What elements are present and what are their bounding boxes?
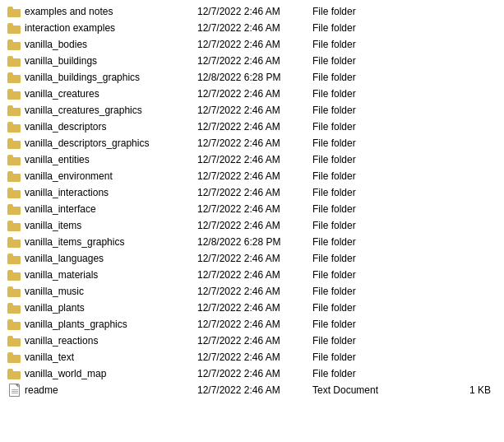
file-type: File folder: [312, 269, 411, 281]
table-row[interactable]: vanilla_descriptors_graphics12/7/2022 2:…: [0, 135, 504, 151]
file-type: File folder: [312, 220, 411, 231]
file-name: vanilla_bodies: [25, 39, 197, 50]
file-date: 12/7/2022 2:46 AM: [197, 137, 312, 149]
file-date: 12/7/2022 2:46 AM: [197, 253, 312, 264]
file-date: 12/7/2022 2:46 AM: [197, 319, 312, 330]
folder-icon: [7, 153, 21, 166]
table-row[interactable]: vanilla_music12/7/2022 2:46 AMFile folde…: [0, 283, 504, 300]
table-row[interactable]: vanilla_world_map12/7/2022 2:46 AMFile f…: [0, 365, 504, 382]
file-name: examples and notes: [25, 6, 197, 17]
file-name: vanilla_interface: [25, 203, 197, 215]
table-row[interactable]: vanilla_items_graphics12/8/2022 6:28 PMF…: [0, 234, 504, 250]
file-date: 12/7/2022 2:46 AM: [197, 269, 312, 281]
table-row[interactable]: vanilla_materials12/7/2022 2:46 AMFile f…: [0, 267, 504, 283]
file-type: File folder: [312, 121, 411, 133]
table-row[interactable]: vanilla_buildings_graphics12/8/2022 6:28…: [0, 69, 504, 86]
folder-icon: [7, 87, 21, 100]
file-date: 12/7/2022 2:46 AM: [197, 105, 312, 116]
table-row[interactable]: vanilla_items12/7/2022 2:46 AMFile folde…: [0, 217, 504, 234]
file-date: 12/7/2022 2:46 AM: [197, 187, 312, 198]
file-type: File folder: [312, 351, 411, 363]
folder-icon: [7, 104, 21, 117]
document-icon: [7, 384, 21, 397]
folder-icon: [7, 285, 21, 298]
file-type: File folder: [312, 55, 411, 67]
file-date: 12/7/2022 2:46 AM: [197, 220, 312, 231]
table-row[interactable]: vanilla_buildings12/7/2022 2:46 AMFile f…: [0, 53, 504, 69]
folder-icon: [7, 367, 21, 380]
table-row[interactable]: vanilla_reactions12/7/2022 2:46 AMFile f…: [0, 333, 504, 349]
file-name: vanilla_entities: [25, 154, 197, 165]
folder-icon: [7, 202, 21, 216]
file-type: Text Document: [312, 384, 411, 396]
file-date: 12/7/2022 2:46 AM: [197, 6, 312, 17]
folder-icon: [7, 120, 21, 133]
file-type: File folder: [312, 187, 411, 198]
folder-icon: [7, 301, 21, 314]
file-type: File folder: [312, 236, 411, 248]
table-row[interactable]: vanilla_environment12/7/2022 2:46 AMFile…: [0, 168, 504, 184]
file-date: 12/7/2022 2:46 AM: [197, 335, 312, 347]
table-row[interactable]: vanilla_languages12/7/2022 2:46 AMFile f…: [0, 250, 504, 267]
file-type: File folder: [312, 319, 411, 330]
file-name: vanilla_interactions: [25, 187, 197, 198]
file-name: vanilla_buildings: [25, 55, 197, 67]
file-date: 12/7/2022 2:46 AM: [197, 286, 312, 297]
file-type: File folder: [312, 170, 411, 182]
file-name: readme: [25, 384, 197, 396]
file-date: 12/7/2022 2:46 AM: [197, 22, 312, 34]
file-date: 12/7/2022 2:46 AM: [197, 368, 312, 379]
file-date: 12/8/2022 6:28 PM: [197, 236, 312, 248]
file-name: vanilla_languages: [25, 253, 197, 264]
table-row[interactable]: vanilla_interactions12/7/2022 2:46 AMFil…: [0, 184, 504, 201]
table-row[interactable]: vanilla_creatures12/7/2022 2:46 AMFile f…: [0, 86, 504, 102]
folder-icon: [7, 268, 21, 281]
file-size: 1 KB: [411, 384, 497, 396]
folder-icon: [7, 137, 21, 150]
file-name: vanilla_buildings_graphics: [25, 72, 197, 83]
file-type: File folder: [312, 22, 411, 34]
file-name: vanilla_materials: [25, 269, 197, 281]
folder-icon: [7, 252, 21, 265]
file-name: vanilla_plants: [25, 302, 197, 314]
table-row[interactable]: vanilla_interface12/7/2022 2:46 AMFile f…: [0, 201, 504, 217]
table-row[interactable]: readme12/7/2022 2:46 AMText Document1 KB: [0, 382, 504, 398]
file-name: vanilla_creatures: [25, 88, 197, 100]
file-name: vanilla_plants_graphics: [25, 319, 197, 330]
table-row[interactable]: interaction examples12/7/2022 2:46 AMFil…: [0, 20, 504, 36]
folder-icon: [7, 38, 21, 51]
file-date: 12/7/2022 2:46 AM: [197, 154, 312, 165]
file-name: vanilla_text: [25, 351, 197, 363]
file-type: File folder: [312, 335, 411, 347]
folder-icon: [7, 351, 21, 364]
table-row[interactable]: vanilla_plants12/7/2022 2:46 AMFile fold…: [0, 300, 504, 316]
table-row[interactable]: vanilla_entities12/7/2022 2:46 AMFile fo…: [0, 151, 504, 168]
file-type: File folder: [312, 72, 411, 83]
folder-icon: [7, 334, 21, 347]
file-date: 12/7/2022 2:46 AM: [197, 203, 312, 215]
file-name: interaction examples: [25, 22, 197, 34]
file-type: File folder: [312, 286, 411, 297]
file-name: vanilla_descriptors_graphics: [25, 137, 197, 149]
table-row[interactable]: vanilla_descriptors12/7/2022 2:46 AMFile…: [0, 119, 504, 135]
file-type: File folder: [312, 302, 411, 314]
table-row[interactable]: vanilla_creatures_graphics12/7/2022 2:46…: [0, 102, 504, 119]
table-row[interactable]: vanilla_text12/7/2022 2:46 AMFile folder: [0, 349, 504, 365]
file-name: vanilla_items_graphics: [25, 236, 197, 248]
file-name: vanilla_creatures_graphics: [25, 105, 197, 116]
file-type: File folder: [312, 6, 411, 17]
file-name: vanilla_descriptors: [25, 121, 197, 133]
file-name: vanilla_music: [25, 286, 197, 297]
file-date: 12/7/2022 2:46 AM: [197, 121, 312, 133]
folder-icon: [7, 5, 21, 18]
file-type: File folder: [312, 88, 411, 100]
folder-icon: [7, 71, 21, 84]
table-row[interactable]: vanilla_plants_graphics12/7/2022 2:46 AM…: [0, 316, 504, 333]
file-type: File folder: [312, 39, 411, 50]
file-name: vanilla_reactions: [25, 335, 197, 347]
file-date: 12/7/2022 2:46 AM: [197, 302, 312, 314]
table-row[interactable]: examples and notes12/7/2022 2:46 AMFile …: [0, 3, 504, 20]
table-row[interactable]: vanilla_bodies12/7/2022 2:46 AMFile fold…: [0, 36, 504, 53]
folder-icon: [7, 170, 21, 183]
file-name: vanilla_world_map: [25, 368, 197, 379]
